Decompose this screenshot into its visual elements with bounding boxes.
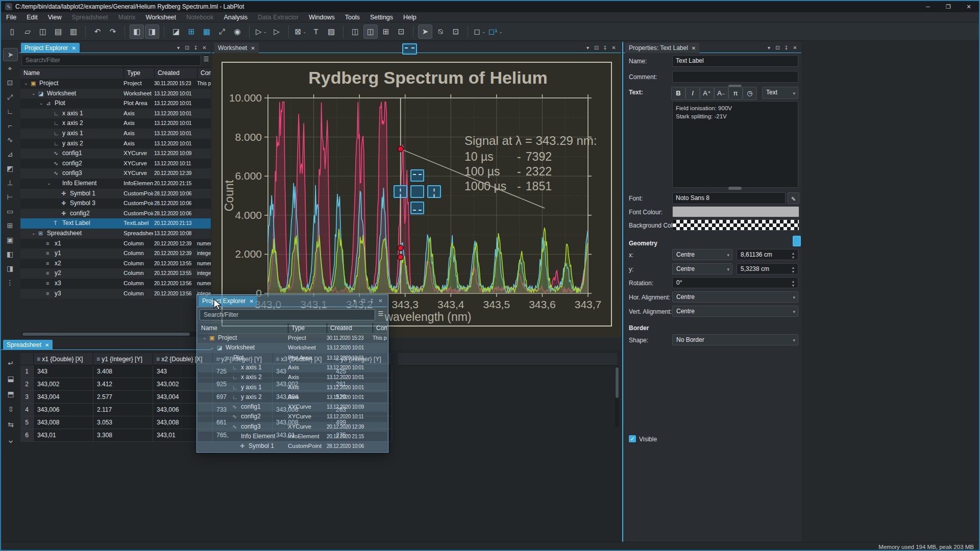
- toggle-properties-explorer-button[interactable]: ◨: [145, 24, 159, 39]
- row-number-cell[interactable]: 2: [20, 378, 34, 391]
- import-button[interactable]: ▷: [270, 24, 284, 39]
- hor-alignment-combo[interactable]: Centre▾: [672, 291, 798, 303]
- tree-row-y1[interactable]: ≡y1Column20.12.2020 12:39integer da: [20, 248, 211, 259]
- subscript-button[interactable]: A₋: [714, 87, 728, 100]
- text-content-box[interactable]: Field ionisation: 900V Stark splitting: …: [672, 101, 798, 188]
- grid-tool[interactable]: ⊞: [3, 219, 17, 232]
- zoom-select-mouse-mode-button[interactable]: ⊡: [449, 24, 463, 39]
- tree-row-symbol-1[interactable]: ✚Symbol 1CustomPoint28.12.2020 10:06: [198, 441, 387, 451]
- tree-row-worksheet[interactable]: ⌄◪WorksheetWorksheet13.12.2020 10:01: [198, 343, 387, 353]
- grid-layout-button[interactable]: ⊞: [379, 24, 393, 39]
- table-cell[interactable]: 343,004: [34, 391, 93, 404]
- vline-tool[interactable]: ⊥: [3, 177, 17, 189]
- name-field[interactable]: Text Label: [672, 55, 798, 67]
- column-header-type[interactable]: Type: [124, 68, 154, 79]
- crosshair-tool[interactable]: ⌖: [3, 62, 17, 74]
- expander-icon[interactable]: ⌄: [210, 343, 214, 353]
- table-cell[interactable]: 3.053: [93, 416, 153, 429]
- tree-row-x3[interactable]: ≡x3Column20.12.2020 13:56numerical: [20, 279, 211, 289]
- float-panel-icon[interactable]: ⊡: [592, 43, 601, 52]
- tree-row-project[interactable]: ⌄▣ProjectProject30.11.2020 15:23This pro…: [20, 79, 211, 89]
- print-button[interactable]: ▤: [51, 24, 65, 39]
- row-number-cell[interactable]: 4: [20, 404, 34, 416]
- column-header-comment[interactable]: Comment: [373, 323, 387, 333]
- tree-row-spreadsheet[interactable]: ⌄⊞SpreadsheetSpreadsheet13.12.2020 10:08: [20, 229, 211, 239]
- navigate-mouse-mode-button[interactable]: ⍉: [433, 24, 448, 39]
- font-field[interactable]: Noto Sans 8: [672, 192, 786, 204]
- tab-spreadsheet[interactable]: Spreadsheet✕: [3, 340, 53, 350]
- curve-tool[interactable]: ∿: [3, 134, 17, 146]
- slope-tool[interactable]: ⊿: [3, 148, 17, 160]
- image-tool[interactable]: ▣: [3, 234, 17, 246]
- choose-font-icon[interactable]: ✎: [788, 192, 799, 204]
- chevron-down-icon[interactable]: ⌄: [482, 29, 486, 34]
- shade-right-tool[interactable]: ◨: [3, 262, 17, 274]
- panel-menu-icon[interactable]: ▾: [174, 43, 183, 52]
- row-number-cell[interactable]: 5: [20, 416, 34, 429]
- table-cell[interactable]: 3.412: [93, 378, 153, 391]
- vertical-layout-button[interactable]: ◫: [348, 24, 362, 39]
- expand-rows-tool[interactable]: ⇳: [4, 403, 17, 415]
- expander-icon[interactable]: ⌄: [24, 79, 28, 89]
- tree-row-y-axis-1[interactable]: ∟y axis 1Axis13.12.2020 10:01: [198, 383, 387, 392]
- close-panel-icon[interactable]: ✕: [200, 43, 209, 52]
- more-sheet-tools[interactable]: ⌄: [4, 434, 17, 446]
- tree-row-x2[interactable]: ≡x2Column20.12.2020 13:55numerical: [20, 259, 211, 269]
- table-cell[interactable]: 343,008: [34, 416, 93, 429]
- expander-icon[interactable]: ⌄: [39, 98, 43, 109]
- close-icon[interactable]: ✕: [692, 45, 696, 51]
- tree-row-y3[interactable]: ≡y3Column20.12.2020 13:56integer da: [20, 289, 211, 299]
- menu-view[interactable]: View: [43, 14, 67, 21]
- y-value-spinbox[interactable]: 5,3238 cm▲▼: [737, 263, 798, 274]
- tree-row-y2[interactable]: ≡y2Column20.12.2020 13:55integer da: [20, 268, 211, 279]
- new-worksheet-button[interactable]: ◪: [169, 24, 183, 39]
- row-number-cell[interactable]: 1: [20, 365, 34, 378]
- resize-grip[interactable]: [728, 187, 742, 190]
- tab-project-explorer[interactable]: Project Explorer✕: [21, 43, 80, 53]
- save-project-button[interactable]: ◫: [36, 24, 50, 39]
- tab-floating-project-explorer[interactable]: Project Explorer✕: [199, 296, 257, 306]
- insert-row-above-tool[interactable]: ↵: [4, 357, 17, 369]
- tree-row-x-axis-2[interactable]: ∟x axis 2Axis13.12.2020 10:01: [198, 372, 387, 382]
- close-panel-icon[interactable]: ✕: [376, 296, 385, 305]
- italic-button[interactable]: I: [685, 87, 700, 100]
- tree-row-x-axis-1[interactable]: ∟x axis 1Axis13.12.2020 10:01: [20, 109, 211, 119]
- shade-left-tool[interactable]: ◧: [3, 248, 17, 260]
- line-tool[interactable]: ⌐: [3, 119, 17, 132]
- pin-panel-icon[interactable]: ↧: [782, 43, 791, 52]
- pin-panel-icon[interactable]: ↧: [601, 43, 609, 52]
- new-matrix-button[interactable]: ▦: [200, 24, 214, 39]
- close-icon[interactable]: ✕: [71, 45, 76, 51]
- row-number-cell[interactable]: 3: [20, 391, 34, 404]
- column-header-name[interactable]: Name: [20, 68, 124, 79]
- font-colour-swatch[interactable]: [672, 206, 799, 217]
- minimize-button[interactable]: ─: [918, 1, 938, 12]
- column-header-created[interactable]: Created: [327, 323, 373, 333]
- explorer-hscrollbar[interactable]: [21, 332, 208, 337]
- swap-columns-tool[interactable]: ⇆: [4, 418, 17, 431]
- tab-properties[interactable]: Properties: Text Label✕: [625, 43, 699, 53]
- maximize-button[interactable]: ❐: [938, 1, 959, 12]
- column-header-x1[interactable]: ≡ x1 {Double} [X]: [34, 353, 93, 365]
- close-panel-icon[interactable]: ✕: [609, 43, 618, 52]
- hline-tool[interactable]: ⊢: [3, 191, 17, 203]
- expander-icon[interactable]: ⌄: [226, 432, 230, 441]
- panel-menu-icon[interactable]: ▾: [765, 43, 773, 52]
- menu-analysis[interactable]: Analysis: [219, 14, 253, 21]
- close-panel-icon[interactable]: ✕: [791, 43, 799, 52]
- select-mouse-mode-button[interactable]: ➤: [418, 24, 432, 39]
- superscript-button[interactable]: A⁺: [700, 87, 714, 100]
- row-number-cell[interactable]: 6: [20, 429, 34, 442]
- pin-panel-icon[interactable]: ↧: [368, 296, 376, 305]
- tree-row-x1[interactable]: ≡x1Column20.12.2020 12:39numerical: [20, 239, 211, 249]
- menu-worksheet[interactable]: Worksheet: [141, 14, 182, 21]
- tree-row-info-element[interactable]: ⌄Info ElementInfoElement20.12.2020 21:15: [198, 432, 387, 441]
- spreadsheet-vscrollbar[interactable]: [615, 366, 619, 428]
- tree-row-config1[interactable]: ∿config1XYCurve13.12.2020 10:09: [198, 402, 387, 412]
- tree-row-symbol-1[interactable]: ✚Symbol 1CustomPoint28.12.2020 10:06: [20, 189, 211, 199]
- float-panel-icon[interactable]: ⊡: [773, 43, 782, 52]
- pin-panel-icon[interactable]: ↧: [191, 43, 200, 52]
- tree-row-symbol-3[interactable]: ✚Symbol 3CustomPoint28.12.2020 10:06: [20, 198, 211, 209]
- column-header-name[interactable]: Name: [198, 323, 288, 333]
- table-cell[interactable]: 343: [34, 365, 93, 378]
